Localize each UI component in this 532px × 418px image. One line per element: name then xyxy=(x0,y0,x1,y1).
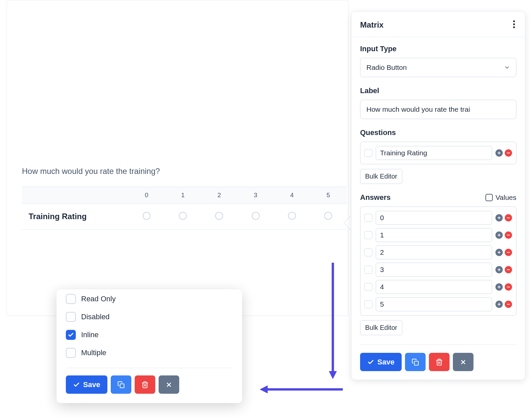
remove-answer-button[interactable] xyxy=(505,214,512,221)
remove-answer-button[interactable] xyxy=(505,283,512,291)
add-question-button[interactable] xyxy=(495,149,503,157)
answer-row xyxy=(364,263,512,277)
svg-rect-29 xyxy=(120,384,124,388)
panel-pointer-inner-icon xyxy=(344,216,351,229)
option-row[interactable]: Inline xyxy=(66,325,233,343)
check-icon xyxy=(73,381,80,388)
label-input[interactable] xyxy=(360,100,516,119)
matrix-radio-5[interactable] xyxy=(324,212,332,220)
remove-answer-button[interactable] xyxy=(505,301,512,308)
matrix-header-col: 5 xyxy=(310,187,346,204)
drag-handle[interactable] xyxy=(364,300,372,308)
remove-answer-button[interactable] xyxy=(505,266,512,273)
answers-label: Answers xyxy=(360,193,391,202)
matrix-header-col: 2 xyxy=(201,187,237,204)
copy-icon xyxy=(117,381,125,388)
answer-input[interactable] xyxy=(376,297,492,311)
minus-icon xyxy=(506,268,510,272)
remove-answer-button[interactable] xyxy=(505,231,512,239)
minus-icon xyxy=(506,233,510,237)
question-input[interactable] xyxy=(376,146,492,160)
option-label: Read Only xyxy=(81,295,116,303)
answer-input[interactable] xyxy=(376,280,492,294)
drag-handle[interactable] xyxy=(364,149,372,157)
close-button[interactable] xyxy=(453,353,473,371)
input-type-select[interactable]: Radio Button xyxy=(360,58,516,77)
popover-close-button[interactable] xyxy=(159,375,179,394)
checkbox-unchecked-icon xyxy=(66,312,76,322)
add-answer-button[interactable] xyxy=(495,249,503,256)
plus-icon xyxy=(497,216,501,220)
svg-point-1 xyxy=(513,23,515,25)
matrix-header-col: 1 xyxy=(165,187,201,204)
values-toggle[interactable]: Values xyxy=(485,194,516,202)
add-answer-button[interactable] xyxy=(495,231,503,239)
preview-question-label: How much would you rate the training? xyxy=(22,167,346,176)
answer-row xyxy=(364,245,512,259)
matrix-radio-4[interactable] xyxy=(288,212,296,220)
options-popover: Read OnlyDisabledInlineMultiple Save xyxy=(57,289,242,403)
svg-marker-35 xyxy=(329,371,337,379)
answer-row xyxy=(364,228,512,242)
remove-question-button[interactable] xyxy=(505,149,512,157)
dots-vertical-icon xyxy=(513,20,515,28)
option-row[interactable]: Read Only xyxy=(66,289,233,307)
drag-handle[interactable] xyxy=(364,214,372,222)
add-answer-button[interactable] xyxy=(495,301,503,308)
option-label: Inline xyxy=(81,331,99,339)
option-label: Disabled xyxy=(81,313,110,321)
values-checkbox-icon xyxy=(485,194,493,201)
minus-icon xyxy=(506,151,510,155)
questions-label: Questions xyxy=(360,128,516,137)
option-row[interactable]: Disabled xyxy=(66,307,233,325)
drag-handle[interactable] xyxy=(364,266,372,274)
answer-input[interactable] xyxy=(376,245,492,259)
values-label: Values xyxy=(495,194,516,202)
popover-copy-button[interactable] xyxy=(111,375,131,394)
svg-rect-24 xyxy=(415,361,419,365)
svg-marker-37 xyxy=(260,385,268,393)
minus-icon xyxy=(506,302,510,306)
checkbox-unchecked-icon xyxy=(66,294,76,304)
check-icon xyxy=(367,359,374,365)
preview-panel: How much would you rate the training? 0 … xyxy=(7,0,348,316)
matrix-radio-2[interactable] xyxy=(215,212,223,220)
answer-input[interactable] xyxy=(376,263,492,277)
trash-icon xyxy=(141,381,149,388)
matrix-table: 0 1 2 3 4 5 Training Rating xyxy=(22,187,346,229)
question-row xyxy=(364,146,512,160)
option-row[interactable]: Multiple xyxy=(66,343,233,361)
copy-button[interactable] xyxy=(405,353,426,371)
config-panel: Matrix Input Type Radio Button Label Que… xyxy=(351,11,525,380)
save-button[interactable]: Save xyxy=(360,353,402,371)
remove-answer-button[interactable] xyxy=(505,249,512,256)
more-menu-button[interactable] xyxy=(512,19,516,31)
matrix-radio-3[interactable] xyxy=(252,212,260,220)
copy-icon xyxy=(412,358,419,366)
drag-handle[interactable] xyxy=(364,248,372,256)
answer-input[interactable] xyxy=(376,211,492,225)
plus-icon xyxy=(497,250,501,254)
input-type-value: Radio Button xyxy=(366,64,407,71)
config-title: Matrix xyxy=(360,20,384,30)
add-answer-button[interactable] xyxy=(495,214,503,221)
checkbox-unchecked-icon xyxy=(66,348,76,358)
annotation-arrow-down xyxy=(328,263,338,379)
questions-bulk-editor-button[interactable]: Bulk Editor xyxy=(360,169,402,184)
drag-handle[interactable] xyxy=(364,231,372,239)
answer-input[interactable] xyxy=(376,228,492,242)
plus-icon xyxy=(497,302,501,306)
add-answer-button[interactable] xyxy=(495,283,503,291)
matrix-header-empty xyxy=(22,187,128,204)
popover-delete-button[interactable] xyxy=(135,375,155,394)
answer-row xyxy=(364,297,512,311)
delete-button[interactable] xyxy=(429,353,450,371)
minus-icon xyxy=(506,250,510,254)
matrix-radio-0[interactable] xyxy=(143,212,151,220)
answers-bulk-editor-button[interactable]: Bulk Editor xyxy=(360,320,402,335)
add-answer-button[interactable] xyxy=(495,266,503,273)
drag-handle[interactable] xyxy=(364,283,372,291)
popover-save-button[interactable]: Save xyxy=(66,375,107,394)
matrix-radio-1[interactable] xyxy=(179,212,187,220)
minus-icon xyxy=(506,216,510,220)
